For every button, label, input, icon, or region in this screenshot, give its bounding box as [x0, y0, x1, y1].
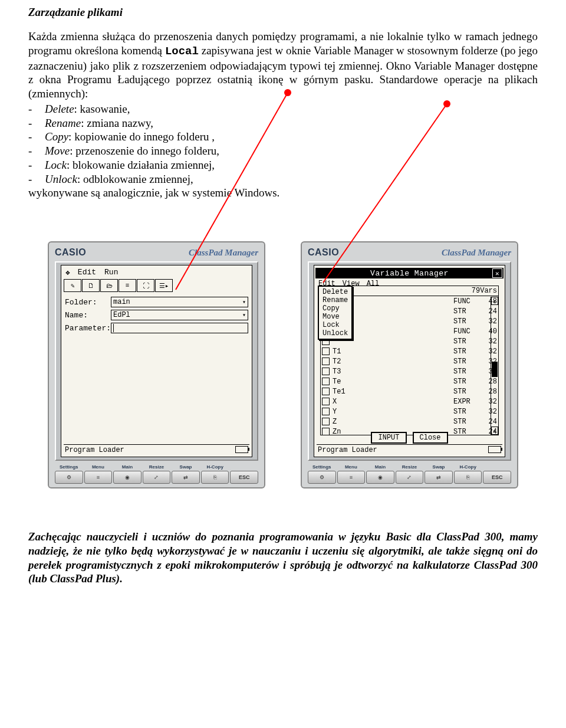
- dropdown-item[interactable]: Lock: [321, 321, 349, 329]
- hw-button-1[interactable]: ≡: [337, 471, 366, 484]
- hw-label: Settings: [308, 464, 336, 470]
- hw-button-2[interactable]: ◉: [366, 471, 394, 484]
- hw-label: Menu: [337, 464, 366, 470]
- right-screen: Variable Manager ✕ Edit View All 79Vars: [314, 265, 505, 457]
- right-device: CASIO ClassPad Manager Variable Manager …: [301, 241, 518, 488]
- name-label: Name:: [65, 311, 111, 320]
- operation-item: Move: przenoszenie do innego folderu,: [45, 144, 538, 158]
- hw-label: Main: [366, 464, 394, 470]
- table-row[interactable]: XEXPR32: [321, 396, 498, 406]
- hw-button-2[interactable]: ◉: [113, 471, 142, 484]
- page-title: Zarządzanie plikami: [28, 6, 538, 19]
- esc-button[interactable]: ESC: [483, 471, 511, 484]
- figures-row: CASIO ClassPad Manager ❖ Edit Run ✎ 🗋 🗁 …: [28, 241, 538, 488]
- esc-button[interactable]: ESC: [230, 471, 258, 484]
- status-label: Program Loader: [65, 446, 124, 454]
- dropdown-item[interactable]: Delete: [321, 288, 349, 296]
- brand-sub: ClassPad Manager: [442, 248, 511, 258]
- hw-button-4[interactable]: ⇄: [424, 471, 453, 484]
- scroll-thumb[interactable]: [492, 362, 498, 377]
- checkbox[interactable]: [322, 378, 330, 385]
- table-row[interactable]: Te1STR28: [321, 386, 498, 396]
- hw-button-5[interactable]: ⎘: [201, 471, 229, 484]
- status-label: Program Loader: [318, 446, 377, 454]
- table-row[interactable]: T1STR32: [321, 346, 498, 356]
- input-button[interactable]: INPUT: [371, 432, 406, 444]
- table-row[interactable]: T3STR32: [321, 366, 498, 376]
- button-strip: SettingsMenuMainResizeSwapH-Copy⚙≡◉⤢⇄⎘ES…: [55, 464, 258, 484]
- tool-icon-2[interactable]: 🗋: [82, 279, 100, 292]
- closing-paragraph: Zachęcając nauczycieli i uczniów do pozn…: [28, 530, 538, 586]
- edit-dropdown: DeleteRenameCopyMoveLockUnlock: [318, 286, 353, 340]
- menu-run[interactable]: Run: [104, 268, 118, 277]
- battery-icon: [235, 446, 248, 453]
- scrollbar[interactable]: ▴ ▾: [491, 297, 498, 435]
- table-row[interactable]: TeSTR28: [321, 376, 498, 386]
- hw-label: H-Copy: [454, 464, 482, 470]
- hw-label: Settings: [55, 464, 83, 470]
- hw-button-3[interactable]: ⤢: [143, 471, 171, 484]
- brand-sub: ClassPad Manager: [189, 248, 258, 258]
- tool-icon-4[interactable]: ≡: [119, 279, 136, 292]
- hw-button-5[interactable]: ⎘: [454, 471, 482, 484]
- close-button[interactable]: Close: [413, 432, 448, 444]
- checkbox[interactable]: [322, 347, 330, 355]
- brand-label: CASIO: [308, 247, 339, 258]
- checkbox[interactable]: [322, 358, 330, 365]
- table-row[interactable]: T2STR32: [321, 356, 498, 366]
- hw-label: Menu: [84, 464, 113, 470]
- hw-button-3[interactable]: ⤢: [396, 471, 424, 484]
- left-toolbar: ✎ 🗋 🗁 ≡ ⛶ ☰▸: [64, 279, 249, 294]
- table-row[interactable]: ZSTR24: [321, 417, 498, 427]
- checkbox[interactable]: [322, 408, 330, 415]
- brand-label: CASIO: [55, 247, 86, 258]
- hw-label: Resize: [143, 464, 171, 470]
- var-count: 79Vars: [472, 287, 497, 295]
- checkbox[interactable]: [322, 418, 330, 425]
- dropdown-item[interactable]: Rename: [321, 296, 349, 304]
- operation-item: Lock: blokowanie działania zmiennej,: [45, 158, 538, 172]
- hw-button-4[interactable]: ⇄: [172, 471, 200, 484]
- tool-icon-1[interactable]: ✎: [64, 279, 81, 292]
- left-menubar: ❖ Edit Run: [64, 268, 249, 279]
- hw-button-0[interactable]: ⚙: [308, 471, 336, 484]
- after-list: wykonywane są analogicznie, jak w system…: [28, 186, 538, 200]
- left-device: CASIO ClassPad Manager ❖ Edit Run ✎ 🗋 🗁 …: [48, 241, 265, 488]
- operation-item: Copy: kopiowanie do innego folderu ,: [45, 130, 538, 144]
- operation-item: Unlock: odblokowanie zmiennej,: [45, 172, 538, 186]
- intro-paragraph: Każda zmienna służąca do przenoszenia da…: [28, 29, 538, 101]
- hw-label: Swap: [172, 464, 200, 470]
- param-field[interactable]: [111, 323, 248, 333]
- tool-icon-3[interactable]: 🗁: [100, 279, 118, 292]
- hw-label: [483, 464, 511, 470]
- checkbox[interactable]: [322, 368, 330, 375]
- hw-label: Main: [113, 464, 142, 470]
- scroll-up-icon[interactable]: ▴: [491, 297, 498, 305]
- vm-titlebar: Variable Manager ✕: [315, 268, 504, 278]
- checkbox[interactable]: [322, 388, 330, 395]
- table-row[interactable]: YSTR32: [321, 406, 498, 417]
- operation-item: Delete: kasowanie,: [45, 102, 538, 116]
- close-icon[interactable]: ✕: [492, 268, 502, 278]
- dropdown-item[interactable]: Copy: [321, 304, 349, 313]
- hw-label: Resize: [396, 464, 424, 470]
- dropdown-item[interactable]: Unlock: [321, 329, 349, 337]
- menu-chevron-icon[interactable]: ❖: [65, 268, 70, 277]
- tool-icon-6[interactable]: ☰▸: [155, 279, 173, 292]
- hw-button-1[interactable]: ≡: [84, 471, 113, 484]
- param-label: Parameter:: [65, 324, 111, 333]
- left-screen: ❖ Edit Run ✎ 🗋 🗁 ≡ ⛶ ☰▸ Folder: ma: [61, 265, 252, 457]
- name-field[interactable]: EdPl: [111, 310, 248, 320]
- dropdown-item[interactable]: Move: [321, 313, 349, 321]
- tool-icon-5[interactable]: ⛶: [137, 279, 154, 292]
- hw-label: [230, 464, 258, 470]
- operations-list: Delete: kasowanie,Rename: zmiana nazwy,C…: [45, 102, 538, 186]
- hw-label: H-Copy: [201, 464, 229, 470]
- battery-icon: [488, 446, 501, 453]
- folder-label: Folder:: [65, 298, 111, 307]
- operation-item: Rename: zmiana nazwy,: [45, 116, 538, 130]
- hw-button-0[interactable]: ⚙: [55, 471, 83, 484]
- checkbox[interactable]: [322, 398, 330, 405]
- folder-field[interactable]: main: [111, 297, 248, 307]
- menu-edit[interactable]: Edit: [78, 268, 96, 277]
